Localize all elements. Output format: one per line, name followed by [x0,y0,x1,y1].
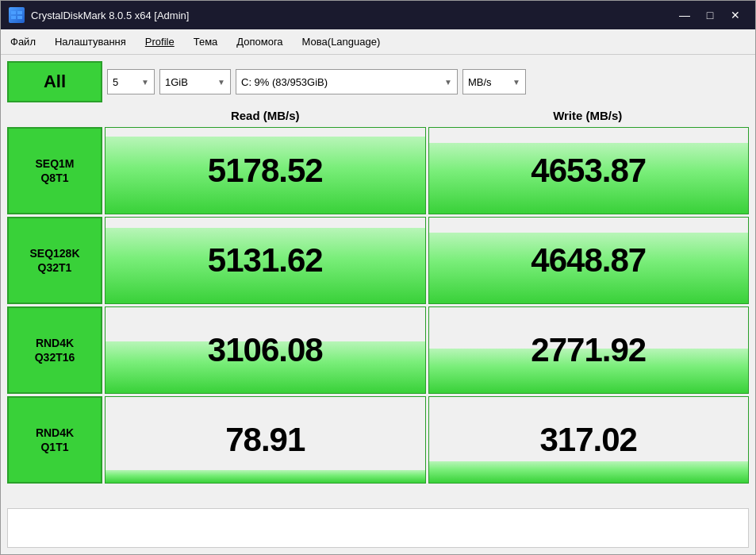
table-row: RND4K Q1T1 78.91 317.02 [7,396,749,484]
main-window: CrystalDiskMark 8.0.5 x64 [Admin] — □ ✕ … [0,0,756,555]
row-label-line2: Q32T16 [35,350,75,364]
unit-dropdown-arrow: ▼ [512,78,520,87]
read-value-rnd4k-q32t16: 3106.08 [208,331,323,369]
write-value-seq1m-q8t1: 4653.87 [531,152,646,190]
row-label-line1: RND4K [36,426,74,440]
column-headers: Read (MB/s) Write (MB/s) [7,106,749,125]
write-cell-seq1m-q8t1: 4653.87 [428,127,750,214]
menu-bar: Файл Налаштування Profile Тема Допомога … [1,29,755,55]
title-bar: CrystalDiskMark 8.0.5 x64 [Admin] — □ ✕ [1,1,755,29]
write-cell-rnd4k-q1t1: 317.02 [428,396,750,484]
menu-language[interactable]: Мова(Language) [299,34,384,49]
svg-rect-3 [17,16,22,19]
write-cell-seq128k-q32t1: 4648.87 [428,217,750,304]
svg-rect-2 [17,11,22,14]
write-value-seq128k-q32t1: 4648.87 [531,241,646,279]
write-value-rnd4k-q32t16: 2771.92 [531,331,646,369]
table-row: SEQ128K Q32T1 5131.62 4648.87 [7,217,749,304]
row-label-seq1m-q8t1: SEQ1M Q8T1 [7,127,102,214]
read-header: Read (MB/s) [104,106,427,125]
drive-dropdown[interactable]: C: 9% (83/953GiB) ▼ [236,69,458,94]
svg-rect-0 [11,11,16,14]
menu-theme[interactable]: Тема [190,34,221,49]
row-label-line1: RND4K [36,336,74,350]
count-dropdown-arrow: ▼ [141,78,149,87]
unit-value: MB/s [468,76,492,88]
row-label-line1: SEQ128K [29,246,79,260]
svg-rect-1 [11,16,16,19]
menu-settings[interactable]: Налаштування [52,34,129,49]
title-bar-controls: — □ ✕ [673,6,747,25]
read-cell-bg [106,470,425,483]
main-content: All 5 ▼ 1GiB ▼ C: 9% (83/953GiB) ▼ MB/s … [1,55,755,554]
row-label-line2: Q1T1 [40,440,68,454]
header-spacer [7,106,104,125]
menu-file[interactable]: Файл [7,34,39,49]
read-value-rnd4k-q1t1: 78.91 [225,421,305,459]
close-button[interactable]: ✕ [723,6,747,25]
write-cell-rnd4k-q32t16: 2771.92 [428,306,750,394]
app-icon [9,7,25,23]
row-label-seq128k-q32t1: SEQ128K Q32T1 [7,217,102,304]
read-cell-seq1m-q8t1: 5178.52 [105,127,426,214]
row-label-rnd4k-q32t16: RND4K Q32T16 [7,306,102,394]
drive-dropdown-arrow: ▼ [444,78,452,87]
window-title: CrystalDiskMark 8.0.5 x64 [Admin] [31,10,189,21]
row-label-line2: Q32T1 [38,260,72,275]
title-bar-left: CrystalDiskMark 8.0.5 x64 [Admin] [9,7,189,23]
read-cell-rnd4k-q32t16: 3106.08 [105,306,426,394]
read-cell-rnd4k-q1t1: 78.91 [105,396,426,484]
maximize-button[interactable]: □ [698,6,722,25]
count-dropdown[interactable]: 5 ▼ [107,69,155,94]
empty-footer-row [7,508,749,548]
all-button[interactable]: All [7,61,102,102]
write-header: Write (MB/s) [427,106,750,125]
read-cell-seq128k-q32t1: 5131.62 [105,217,426,304]
write-value-rnd4k-q1t1: 317.02 [540,421,637,459]
row-label-line1: SEQ1M [35,156,74,171]
menu-help[interactable]: Допомога [233,34,286,49]
row-label-line2: Q8T1 [40,171,68,185]
table-row: SEQ1M Q8T1 5178.52 4653.87 [7,127,749,214]
read-value-seq1m-q8t1: 5178.52 [208,152,323,190]
menu-profile[interactable]: Profile [142,34,178,49]
minimize-button[interactable]: — [673,6,697,25]
drive-value: C: 9% (83/953GiB) [241,76,328,88]
size-dropdown[interactable]: 1GiB ▼ [159,69,231,94]
size-value: 1GiB [165,76,188,88]
controls-row: All 5 ▼ 1GiB ▼ C: 9% (83/953GiB) ▼ MB/s … [7,61,749,102]
write-cell-bg [429,461,749,483]
read-value-seq128k-q32t1: 5131.62 [208,241,323,279]
unit-dropdown[interactable]: MB/s ▼ [462,69,526,94]
row-label-rnd4k-q1t1: RND4K Q1T1 [7,396,102,484]
benchmark-table: SEQ1M Q8T1 5178.52 4653.87 SEQ128K Q32T1 [7,127,749,506]
count-value: 5 [113,76,118,88]
size-dropdown-arrow: ▼ [217,78,225,87]
table-row: RND4K Q32T16 3106.08 2771.92 [7,306,749,394]
